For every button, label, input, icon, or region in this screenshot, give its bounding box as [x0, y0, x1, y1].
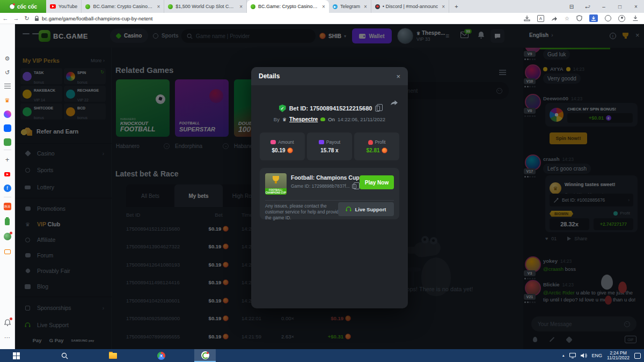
windows-taskbar: ▴ ENG 2:24 PM11/21/2022 — [0, 349, 644, 362]
verified-shield-icon: ✓ — [279, 105, 286, 112]
modal-header: Details × — [251, 67, 408, 85]
battery-saver-icon[interactable] — [3, 217, 12, 226]
forward-icon[interactable]: → — [11, 15, 21, 21]
window-maximize-button[interactable]: □ — [612, 4, 628, 10]
bcgame-favicon — [251, 4, 255, 9]
profit-icon — [368, 140, 373, 145]
brand-label: cốc cốc — [17, 4, 37, 10]
chrome-icon[interactable] — [150, 349, 172, 362]
tab-worldcup-slot[interactable]: $1,500 World Cup Slot Challe× — [164, 0, 247, 13]
tab-close-icon[interactable]: × — [239, 4, 243, 10]
live-support-button[interactable]: Live Support — [338, 202, 394, 216]
more-options-icon[interactable]: ⋯ — [3, 333, 12, 342]
taskbar-search-icon[interactable] — [54, 349, 75, 362]
translate-icon[interactable]: A — [537, 15, 544, 22]
zalo-icon[interactable] — [3, 124, 12, 132]
tab-youtube[interactable]: YouTube — [46, 0, 82, 13]
address-bar-icons: A ☆ — [524, 14, 639, 22]
sale-event-icon[interactable]: 25.11 — [3, 202, 12, 211]
notification-bell-icon[interactable] — [3, 318, 12, 327]
stat-payout: Payout 15.78 x — [307, 132, 352, 160]
downloads-icon[interactable] — [632, 15, 639, 21]
window-close-button[interactable]: × — [628, 4, 644, 10]
restore-session-icon[interactable]: ⮐ — [580, 4, 596, 10]
tab-discord[interactable]: • Discord | #mod-announc× — [371, 0, 449, 13]
bet-stats: Amount $0.19 Payout 15.78 x Profit $2.81 — [260, 132, 399, 160]
shopping-cart-icon[interactable] — [3, 247, 12, 256]
add-shortcut-icon[interactable]: + — [3, 155, 12, 164]
tray-expand-icon[interactable]: ▴ — [562, 353, 565, 358]
shib-coin-icon — [382, 147, 387, 153]
browser-tab-bar: cốc cốc YouTube BC.Game: Crypto Casino G… — [0, 0, 644, 13]
window-minimize-button[interactable]: – — [596, 4, 612, 10]
tab-bcgame-active[interactable]: BC.Game: Crypto Casino Gam× — [247, 0, 329, 13]
url-box[interactable]: bc.game/game/football-champions-cup-by-n… — [34, 16, 152, 21]
modal-title: Details — [259, 72, 280, 80]
copy-icon[interactable] — [352, 184, 356, 189]
bet-author-row: By ♛ Thespectre On 14:22:06, 21/11/2022 — [251, 116, 408, 122]
crown-extension-icon[interactable]: ♛ — [3, 96, 12, 105]
coccoc-taskbar-icon[interactable] — [194, 349, 216, 362]
url-text: bc.game/game/football-champions-cup-by-n… — [42, 16, 152, 21]
reading-list-icon[interactable] — [3, 82, 12, 91]
game-thumbnail[interactable]: FOOTBALL: CHAMPIONS CUP — [265, 173, 287, 195]
start-button[interactable] — [5, 349, 27, 362]
discord-favicon — [375, 4, 380, 9]
language-indicator[interactable]: ENG — [592, 353, 603, 358]
amount-icon — [270, 140, 276, 144]
game-name: Football: Champions Cup — [291, 174, 360, 181]
games-icon[interactable] — [3, 138, 12, 146]
profile-icon[interactable] — [618, 15, 625, 22]
shield-adblock-icon[interactable] — [576, 15, 582, 21]
bet-datetime: 14:22:06, 21/11/2022 — [338, 116, 385, 122]
tab-close-icon[interactable]: × — [322, 4, 325, 10]
file-explorer-icon[interactable] — [102, 349, 123, 362]
taskbar-clock[interactable]: 2:24 PM11/21/2022 — [607, 351, 630, 361]
window-controls: ⊟ ⮐ – □ × — [564, 0, 644, 13]
divider — [265, 200, 394, 201]
trophy-icon — [273, 176, 279, 181]
action-center-icon[interactable] — [634, 353, 641, 359]
support-note: Any issues, please contact the customer … — [265, 203, 347, 221]
tab-close-icon[interactable]: × — [364, 4, 367, 10]
browser-side-rail: ⚙ ↺ ♛ + f 25.11 ⋯ — [0, 24, 15, 349]
copy-icon[interactable] — [375, 106, 380, 112]
back-icon[interactable]: ← — [0, 15, 11, 21]
coccoc-brand[interactable]: cốc cốc — [0, 0, 46, 13]
reload-icon[interactable]: ↻ — [21, 15, 32, 22]
share-icon[interactable] — [551, 15, 558, 21]
facebook-shortcut-icon[interactable]: f — [3, 184, 12, 193]
safe-browsing-icon[interactable] — [3, 232, 12, 241]
shib-coin-icon — [287, 147, 293, 153]
frog-emoji — [320, 117, 325, 121]
youtube-favicon — [50, 4, 56, 9]
youtube-shortcut-icon[interactable] — [3, 170, 12, 179]
bcgame-site: BC.GAME Casino Sports SHIB▾ Wallet ♛ The… — [15, 24, 644, 349]
network-icon[interactable] — [569, 353, 576, 358]
bcgame-favicon — [168, 4, 173, 9]
new-tab-button[interactable]: + — [449, 0, 463, 13]
play-now-button[interactable]: Play Now — [360, 175, 394, 189]
gear-icon[interactable]: ⚙ — [3, 54, 12, 63]
volume-icon[interactable] — [581, 353, 587, 358]
crown-icon: ♛ — [282, 117, 287, 122]
coccoc-logo-icon — [9, 4, 15, 10]
save-page-icon[interactable] — [524, 15, 530, 21]
payout-icon — [319, 140, 324, 144]
lock-icon — [34, 16, 39, 21]
bet-author-link[interactable]: Thespectre — [289, 116, 318, 122]
bet-details-modal: Details × ✓ Bet ID: 1750089415212215680 … — [251, 67, 408, 308]
game-id: Game ID: 17298898b7837f... — [291, 183, 356, 189]
tab-close-icon[interactable]: × — [157, 4, 160, 10]
sidebar-toggle-icon[interactable]: ⊟ — [564, 4, 580, 10]
tab-close-icon[interactable]: × — [442, 4, 445, 10]
system-tray: ▴ ENG 2:24 PM11/21/2022 — [562, 349, 641, 362]
download-active-icon[interactable] — [589, 14, 598, 22]
bookmark-star-icon[interactable]: ☆ — [565, 16, 569, 21]
close-icon[interactable]: × — [396, 72, 400, 80]
tab-bcgame-1[interactable]: BC.Game: Crypto Casino Gam× — [82, 0, 164, 13]
extensions-icon[interactable] — [605, 15, 611, 21]
messenger-icon[interactable] — [3, 110, 12, 119]
history-icon[interactable]: ↺ — [3, 68, 12, 77]
tab-telegram[interactable]: Telegram× — [329, 0, 371, 13]
